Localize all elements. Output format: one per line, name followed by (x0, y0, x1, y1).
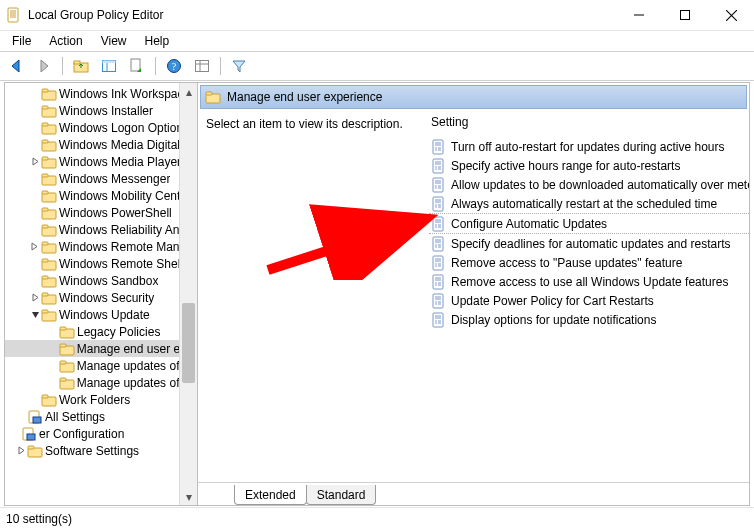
chevron-right-icon[interactable] (29, 293, 41, 302)
up-button[interactable] (69, 54, 93, 78)
tree-item[interactable]: Windows Sandbox (5, 272, 197, 289)
tree-item[interactable]: Manage updates offere (5, 374, 197, 391)
details-pane: Manage end user experience Select an ite… (198, 83, 749, 505)
tree-item-label: Windows Messenger (59, 172, 170, 186)
tree-item[interactable]: Windows Media Player (5, 153, 197, 170)
main-area: Windows Ink Workspace Windows Installer … (0, 80, 754, 508)
setting-row[interactable]: Display options for update notifications (429, 310, 749, 329)
folder-icon (41, 273, 57, 289)
menu-view[interactable]: View (93, 32, 135, 50)
forward-button[interactable] (32, 54, 56, 78)
svg-rect-41 (42, 259, 48, 262)
setting-label: Allow updates to be downloaded automatic… (451, 178, 749, 192)
setting-row[interactable]: Always automatically restart at the sche… (429, 194, 749, 214)
svg-point-76 (435, 166, 437, 168)
svg-point-113 (435, 265, 437, 267)
tree-item[interactable]: Windows Remote Manage (5, 238, 197, 255)
setting-row[interactable]: Remove access to "Pause updates" feature (429, 253, 749, 272)
tree-item[interactable]: Windows Mobility Center (5, 187, 197, 204)
policy-icon (431, 139, 447, 155)
tree-item[interactable]: All Settings (5, 408, 197, 425)
back-button[interactable] (4, 54, 28, 78)
folder-icon (41, 103, 57, 119)
svg-point-125 (435, 301, 437, 303)
tree-item[interactable]: Windows Security (5, 289, 197, 306)
svg-point-118 (435, 282, 437, 284)
svg-point-85 (435, 187, 437, 189)
tree-item-label: Windows Mobility Center (59, 189, 191, 203)
column-header-setting[interactable]: Setting (429, 111, 749, 135)
svg-rect-14 (131, 59, 140, 71)
svg-rect-31 (42, 174, 48, 177)
scroll-down-icon[interactable]: ▾ (180, 488, 197, 505)
tree-scrollbar[interactable]: ▴ ▾ (179, 83, 197, 505)
tab-extended[interactable]: Extended (234, 485, 307, 505)
folder-icon (41, 154, 57, 170)
scroll-thumb[interactable] (182, 303, 195, 383)
toolbar-separator (155, 57, 156, 75)
scroll-up-icon[interactable]: ▴ (180, 83, 197, 100)
folder-icon (27, 443, 43, 459)
folder-icon (41, 392, 57, 408)
setting-row[interactable]: Specify deadlines for automatic updates … (429, 234, 749, 253)
tab-standard[interactable]: Standard (306, 485, 377, 505)
tree-item[interactable]: Windows Messenger (5, 170, 197, 187)
menu-action[interactable]: Action (41, 32, 90, 50)
close-button[interactable] (708, 0, 754, 30)
chevron-right-icon[interactable] (29, 157, 41, 166)
tree-item[interactable]: Windows Update (5, 306, 197, 323)
svg-rect-80 (433, 178, 443, 192)
svg-rect-94 (433, 217, 443, 231)
setting-row[interactable]: Allow updates to be downloaded automatic… (429, 175, 749, 194)
menu-file[interactable]: File (4, 32, 39, 50)
export-list-button[interactable] (125, 54, 149, 78)
tree-item[interactable]: Windows Media Digital Rig (5, 136, 197, 153)
filter-button[interactable] (227, 54, 251, 78)
tree-item[interactable]: Windows Remote Shell (5, 255, 197, 272)
tree-item[interactable]: Windows Ink Workspace (5, 85, 197, 102)
tree-item[interactable]: Windows Logon Options (5, 119, 197, 136)
setting-label: Specify active hours range for auto-rest… (451, 159, 680, 173)
tree-item-label: All Settings (45, 410, 105, 424)
setting-label: Specify deadlines for automatic updates … (451, 237, 731, 251)
tree-item[interactable]: Windows Reliability Analys (5, 221, 197, 238)
chevron-right-icon[interactable] (15, 446, 27, 455)
svg-rect-13 (103, 61, 116, 64)
status-text: 10 setting(s) (6, 512, 72, 526)
folder-icon (205, 89, 221, 105)
svg-rect-47 (42, 310, 48, 313)
chevron-right-icon[interactable] (29, 242, 41, 251)
svg-rect-10 (74, 61, 80, 64)
chevron-down-icon[interactable] (29, 310, 41, 319)
setting-row[interactable]: Configure Automatic Updates (429, 214, 749, 234)
tree-item[interactable]: Software Settings (5, 442, 197, 459)
title-bar: Local Group Policy Editor (0, 0, 754, 31)
setting-row[interactable]: Remove access to use all Windows Update … (429, 272, 749, 291)
properties-button[interactable] (190, 54, 214, 78)
svg-rect-87 (433, 197, 443, 211)
tree-item[interactable]: Legacy Policies (5, 323, 197, 340)
tree-item[interactable]: er Configuration (5, 425, 197, 442)
policy-icon (431, 177, 447, 193)
show-hide-tree-button[interactable] (97, 54, 121, 78)
window-controls (616, 0, 754, 30)
tree-item[interactable]: Manage updates offere (5, 357, 197, 374)
setting-row[interactable]: Update Power Policy for Cart Restarts (429, 291, 749, 310)
svg-rect-129 (433, 313, 443, 327)
svg-rect-65 (206, 92, 212, 95)
window-title: Local Group Policy Editor (28, 8, 163, 22)
setting-row[interactable]: Specify active hours range for auto-rest… (429, 156, 749, 175)
setting-label: Display options for update notifications (451, 313, 656, 327)
menu-help[interactable]: Help (137, 32, 178, 50)
folder-icon (41, 171, 57, 187)
tree-item-label: Windows Reliability Analys (59, 223, 197, 237)
maximize-button[interactable] (662, 0, 708, 30)
tree-item[interactable]: Windows Installer (5, 102, 197, 119)
tree-item[interactable]: Manage end user expe (5, 340, 197, 357)
minimize-button[interactable] (616, 0, 662, 30)
help-button[interactable]: ? (162, 54, 186, 78)
tree-item[interactable]: Windows PowerShell (5, 204, 197, 221)
setting-row[interactable]: Turn off auto-restart for updates during… (429, 137, 749, 156)
tree-item[interactable]: Work Folders (5, 391, 197, 408)
svg-rect-53 (60, 361, 66, 364)
